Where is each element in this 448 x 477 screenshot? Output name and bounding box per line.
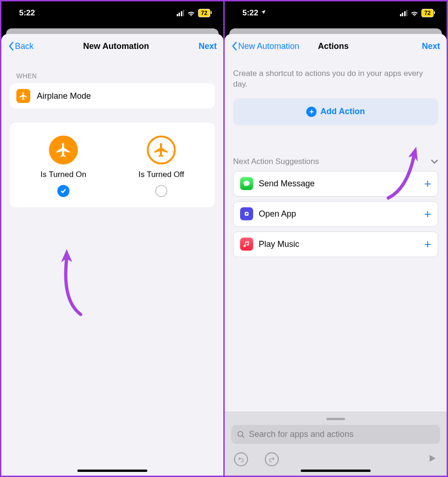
trigger-card[interactable]: Airplane Mode bbox=[10, 83, 215, 109]
check-icon bbox=[60, 188, 67, 194]
cellular-icon bbox=[400, 10, 408, 16]
battery-icon: 72 bbox=[198, 9, 210, 17]
add-action-label: Add Action bbox=[320, 107, 365, 116]
home-indicator[interactable] bbox=[77, 470, 147, 472]
back-label: Back bbox=[15, 41, 34, 51]
music-icon bbox=[240, 238, 253, 251]
airplane-off-icon bbox=[147, 136, 176, 164]
nav-bar: Back New Automation Next bbox=[1, 34, 223, 58]
shortcuts-icon bbox=[240, 207, 253, 220]
search-placeholder: Search for apps and actions bbox=[249, 429, 353, 439]
wifi-icon bbox=[187, 10, 195, 16]
suggestion-label: Open App bbox=[259, 209, 419, 219]
add-suggestion-icon[interactable]: + bbox=[424, 177, 431, 191]
status-time: 5:22 bbox=[19, 8, 35, 18]
undo-button[interactable] bbox=[234, 452, 248, 466]
wifi-icon bbox=[410, 10, 419, 16]
chevron-left-icon bbox=[8, 41, 14, 51]
suggestion-play-music[interactable]: Play Music + bbox=[233, 232, 438, 257]
status-time: 5:22 bbox=[242, 8, 266, 18]
status-bar: 5:22 72 bbox=[1, 1, 223, 25]
options-card: Is Turned On Is Turned Off bbox=[10, 123, 215, 207]
next-button[interactable]: Next bbox=[199, 41, 217, 51]
sheet-backdrop: New Automation Actions Next Create a sho… bbox=[225, 25, 447, 476]
option-turned-off[interactable]: Is Turned Off bbox=[112, 136, 210, 197]
suggestion-send-message[interactable]: Send Message + bbox=[233, 171, 438, 197]
location-icon bbox=[261, 9, 266, 15]
status-bar: 5:22 72 bbox=[225, 1, 447, 25]
sheet: New Automation Actions Next Create a sho… bbox=[225, 34, 447, 476]
cellular-icon bbox=[177, 10, 185, 16]
chevron-left-icon bbox=[231, 41, 237, 51]
back-label: New Automation bbox=[238, 41, 299, 51]
add-action-button[interactable]: + Add Action bbox=[233, 98, 438, 125]
messages-icon bbox=[240, 177, 253, 190]
phone-right: 5:22 72 New Automation Actions Next Crea… bbox=[225, 0, 448, 477]
option-on-label: Is Turned On bbox=[41, 170, 86, 179]
airplane-on-icon bbox=[49, 136, 78, 164]
bottom-tray: Search for apps and actions bbox=[225, 412, 447, 476]
search-icon bbox=[237, 430, 245, 439]
annotation-arrow bbox=[48, 245, 99, 319]
search-input[interactable]: Search for apps and actions bbox=[231, 425, 440, 444]
trigger-label: Airplane Mode bbox=[37, 91, 91, 101]
suggestions-title: Next Action Suggestions bbox=[233, 157, 319, 166]
section-label-when: WHEN bbox=[16, 72, 215, 80]
suggestions-list: Send Message + Open App + Play Music + bbox=[233, 171, 438, 262]
battery-icon: 72 bbox=[421, 9, 434, 17]
radio-off[interactable] bbox=[155, 185, 167, 197]
add-suggestion-icon[interactable]: + bbox=[424, 207, 431, 221]
option-off-label: Is Turned Off bbox=[138, 170, 184, 179]
status-right: 72 bbox=[400, 9, 434, 17]
description-text: Create a shortcut to actions you do in y… bbox=[233, 68, 438, 90]
back-button[interactable]: New Automation bbox=[231, 41, 299, 51]
plus-circle-icon: + bbox=[306, 107, 317, 117]
page-title: Actions bbox=[318, 41, 349, 51]
status-right: 72 bbox=[177, 9, 211, 17]
next-button[interactable]: Next bbox=[422, 41, 440, 51]
suggestions-header[interactable]: Next Action Suggestions bbox=[233, 157, 438, 166]
redo-button[interactable] bbox=[265, 452, 279, 466]
back-button[interactable]: Back bbox=[8, 41, 34, 51]
page-title: New Automation bbox=[83, 41, 149, 51]
sheet-backdrop: Back New Automation Next WHEN Airplane M… bbox=[1, 25, 223, 476]
suggestion-label: Play Music bbox=[259, 239, 419, 249]
suggestion-open-app[interactable]: Open App + bbox=[233, 201, 438, 227]
toolbar bbox=[231, 452, 440, 466]
content: WHEN Airplane Mode Is Turned On bbox=[1, 58, 223, 476]
add-suggestion-icon[interactable]: + bbox=[424, 237, 431, 252]
airplane-icon bbox=[16, 89, 30, 103]
sheet: Back New Automation Next WHEN Airplane M… bbox=[1, 34, 223, 476]
home-indicator[interactable] bbox=[301, 470, 371, 472]
chevron-down-icon bbox=[431, 159, 438, 164]
option-turned-on[interactable]: Is Turned On bbox=[14, 136, 112, 197]
radio-on[interactable] bbox=[57, 185, 69, 197]
run-button[interactable] bbox=[427, 453, 437, 465]
suggestion-label: Send Message bbox=[259, 179, 419, 189]
phone-left: 5:22 72 Back New Automation Next WHEN bbox=[0, 0, 225, 477]
tray-handle[interactable] bbox=[326, 418, 345, 420]
nav-bar: New Automation Actions Next bbox=[225, 34, 447, 58]
